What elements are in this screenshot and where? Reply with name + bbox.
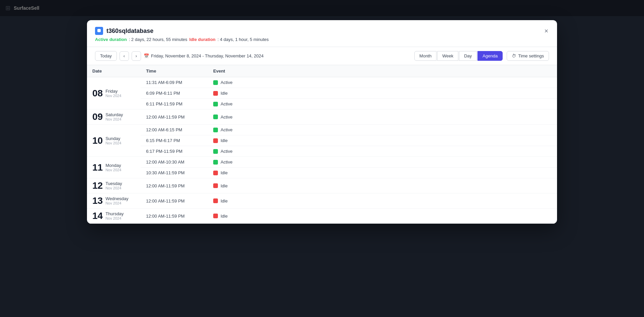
day-month: Nov 2024 — [105, 94, 121, 98]
table-row: 6:11 PM-11:59 PM Active — [87, 99, 557, 109]
date-content: 11 Monday Nov 2024 — [92, 163, 135, 172]
tab-week[interactable]: Week — [437, 51, 458, 61]
time-cell: 11:31 AM-6:09 PM — [141, 77, 208, 88]
table-row: 09 Saturday Nov 2024 12:00 AM-11:59 PM A… — [87, 109, 557, 125]
tab-month[interactable]: Month — [414, 51, 436, 61]
event-content: Idle — [213, 214, 552, 219]
tab-day[interactable]: Day — [459, 51, 477, 61]
calendar-toolbar: Today ‹ › 📅 Friday, November 8, 2024 - T… — [87, 47, 557, 65]
event-content: Active — [213, 115, 552, 120]
status-dot — [213, 128, 218, 132]
event-cell: Active — [208, 109, 557, 125]
event-content: Active — [213, 160, 552, 165]
date-cell: 14 Thursday Nov 2024 — [87, 209, 141, 224]
time-cell: 12:00 AM-10:30 AM — [141, 157, 208, 168]
day-number: 10 — [92, 136, 103, 145]
event-content: Idle — [213, 138, 552, 143]
date-cell: 09 Saturday Nov 2024 — [87, 109, 141, 125]
date-content: 13 Wednesday Nov 2024 — [92, 196, 135, 206]
day-info: Tuesday Nov 2024 — [105, 181, 122, 190]
date-content: 12 Tuesday Nov 2024 — [92, 181, 135, 190]
table-row: 6:17 PM-11:59 PM Active — [87, 146, 557, 157]
time-cell: 12:00 AM-11:59 PM — [141, 193, 208, 209]
toolbar-left: Today ‹ › 📅 Friday, November 8, 2024 - T… — [95, 51, 264, 61]
event-content: Idle — [213, 198, 552, 203]
day-number: 08 — [92, 89, 103, 98]
db-icon — [95, 27, 103, 35]
event-content: Idle — [213, 170, 552, 175]
status-text: Active — [221, 149, 232, 154]
status-text: Idle — [221, 91, 228, 96]
date-cell: 11 Monday Nov 2024 — [87, 157, 141, 178]
event-cell: Idle — [208, 193, 557, 209]
col-event: Event — [208, 65, 557, 77]
status-dot — [213, 160, 218, 165]
status-text: Active — [221, 115, 232, 120]
day-name: Monday — [105, 163, 121, 168]
day-name: Tuesday — [105, 181, 122, 186]
date-cell: 08 Friday Nov 2024 — [87, 77, 141, 109]
day-name: Wednesday — [105, 196, 128, 201]
event-content: Active — [213, 149, 552, 154]
date-content: 10 Sunday Nov 2024 — [92, 136, 135, 145]
day-number: 12 — [92, 181, 103, 190]
status-dot — [213, 138, 218, 143]
date-content: 09 Saturday Nov 2024 — [92, 112, 135, 122]
day-number: 13 — [92, 196, 103, 206]
event-cell: Idle — [208, 209, 557, 224]
status-dot — [213, 115, 218, 119]
date-range-text: Friday, November 8, 2024 - Thursday, Nov… — [151, 53, 264, 58]
tab-agenda[interactable]: Agenda — [477, 51, 503, 61]
status-dot — [213, 183, 218, 188]
date-content: 14 Thursday Nov 2024 — [92, 211, 135, 221]
time-cell: 12:00 AM-6:15 PM — [141, 125, 208, 135]
event-cell: Active — [208, 146, 557, 157]
time-settings-icon: ⏱ — [512, 53, 516, 58]
modal-header: t360sqldatabase Active duration : 2 days… — [87, 20, 557, 47]
day-info: Thursday Nov 2024 — [105, 211, 124, 220]
event-content: Active — [213, 80, 552, 85]
date-cell: 12 Tuesday Nov 2024 — [87, 178, 141, 193]
event-content: Active — [213, 127, 552, 132]
status-text: Active — [221, 80, 232, 85]
event-cell: Idle — [208, 178, 557, 193]
next-button[interactable]: › — [132, 51, 141, 61]
close-button[interactable]: × — [541, 26, 552, 36]
time-cell: 6:11 PM-11:59 PM — [141, 99, 208, 109]
status-text: Idle — [221, 183, 228, 188]
event-cell: Idle — [208, 135, 557, 146]
today-button[interactable]: Today — [95, 51, 117, 61]
event-cell: Active — [208, 157, 557, 168]
active-duration-value: : 2 days, 22 hours, 55 minutes — [129, 37, 187, 42]
time-settings-button[interactable]: ⏱ Time settings — [507, 51, 549, 61]
time-cell: 6:09 PM-6:11 PM — [141, 88, 208, 99]
status-text: Idle — [221, 198, 228, 203]
duration-row: Active duration : 2 days, 22 hours, 55 m… — [95, 37, 549, 42]
day-info: Saturday Nov 2024 — [105, 112, 123, 121]
status-dot — [213, 102, 218, 106]
event-content: Idle — [213, 183, 552, 188]
time-cell: 12:00 AM-11:59 PM — [141, 109, 208, 125]
event-cell: Active — [208, 77, 557, 88]
status-text: Active — [221, 160, 232, 165]
status-dot — [213, 198, 218, 203]
calendar-table: Date Time Event 08 Friday Nov 2024 11:31… — [87, 65, 557, 224]
col-time: Time — [141, 65, 208, 77]
date-cell: 10 Sunday Nov 2024 — [87, 125, 141, 157]
day-month: Nov 2024 — [105, 168, 121, 172]
modal-body: Date Time Event 08 Friday Nov 2024 11:31… — [87, 65, 557, 224]
status-text: Idle — [221, 214, 228, 219]
time-cell: 12:00 AM-11:59 PM — [141, 178, 208, 193]
prev-button[interactable]: ‹ — [120, 51, 129, 61]
modal-overlay: t360sqldatabase Active duration : 2 days… — [0, 0, 644, 317]
day-info: Sunday Nov 2024 — [105, 136, 121, 145]
day-month: Nov 2024 — [105, 117, 123, 121]
event-cell: Idle — [208, 168, 557, 178]
status-text: Active — [221, 101, 232, 106]
idle-duration-value: : 4 days, 1 hour, 5 minutes — [218, 37, 269, 42]
status-dot — [213, 80, 218, 85]
day-name: Thursday — [105, 211, 124, 216]
day-name: Friday — [105, 89, 121, 94]
status-text: Idle — [221, 170, 228, 175]
day-info: Wednesday Nov 2024 — [105, 196, 128, 205]
